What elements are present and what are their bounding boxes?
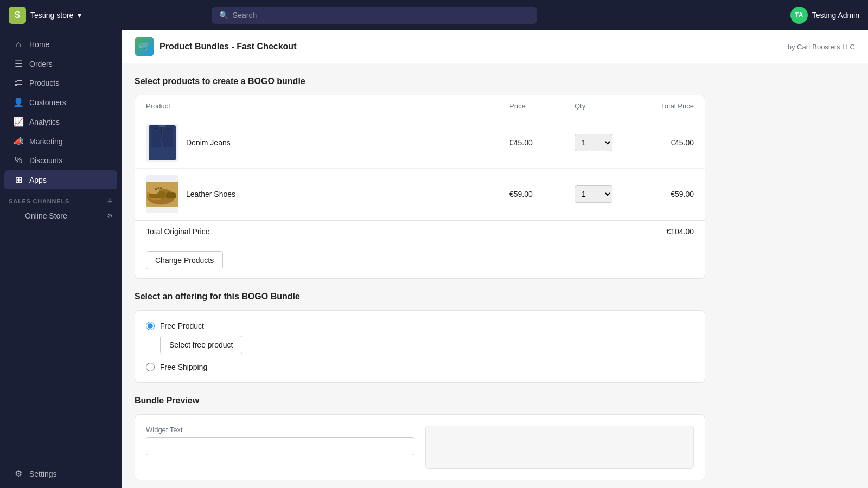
analytics-icon: 📈 [13,117,24,127]
table-row: Leather Shoes €59.00 1 2 3 €59.00 [135,169,705,220]
svg-point-15 [155,188,157,190]
total-original-label: Total Original Price [146,227,509,236]
offering-radio-group: Free Product Select free product Free Sh… [146,322,694,371]
apps-icon: ⊞ [13,175,24,185]
home-icon: ⌂ [13,40,24,49]
sidebar-label-analytics: Analytics [29,118,60,126]
discounts-icon: % [13,156,24,165]
products-icon: 🏷 [13,78,24,88]
col-total-price: Total Price [629,102,694,110]
sales-channels-label: SALES CHANNELS [9,198,69,204]
main-content: 🛒 Product Bundles - Fast Checkout by Car… [122,30,868,488]
svg-rect-3 [154,128,158,129]
app-title: Product Bundles - Fast Checkout [159,42,296,52]
change-products-button[interactable]: Change Products [146,251,223,269]
sidebar-item-products[interactable]: 🏷 Products [4,74,117,92]
table-header: Product Price Qty Total Price [135,95,705,117]
sidebar-label-apps: Apps [29,176,47,184]
widget-text-section: Widget Text [146,426,414,469]
svg-rect-8 [158,125,166,127]
sidebar-label-discounts: Discounts [29,156,62,165]
price-shoes: €59.00 [509,190,575,198]
free-product-text: Free Product [160,322,204,330]
products-card: Product Price Qty Total Price [135,95,705,279]
col-qty: Qty [575,102,629,110]
sidebar-item-online-store[interactable]: Online Store ⚙ [0,208,122,223]
qty-select-jeans[interactable]: 1 2 3 [575,134,612,151]
marketing-icon: 📣 [13,136,24,146]
sidebar-item-settings[interactable]: ⚙ Settings [4,464,117,483]
free-shipping-radio[interactable] [146,363,155,371]
sidebar-label-customers: Customers [29,98,66,107]
sidebar-item-orders[interactable]: ☰ Orders [4,54,117,73]
sales-channels-header: SALES CHANNELS + [0,190,122,208]
customers-icon: 👤 [13,97,24,107]
free-shipping-text: Free Shipping [160,363,207,371]
sidebar-item-customers[interactable]: 👤 Customers [4,93,117,112]
avatar: TA [790,7,808,24]
col-price: Price [509,102,575,110]
store-selector[interactable]: S Testing store ▾ [9,7,81,24]
svg-rect-13 [166,192,176,198]
admin-name: Testing Admin [812,11,859,20]
sidebar-label-home: Home [29,40,49,49]
sidebar-item-analytics[interactable]: 📈 Analytics [4,112,117,131]
shopify-logo: S [9,7,26,24]
free-product-radio[interactable] [146,322,155,330]
add-sales-channel-icon[interactable]: + [107,196,113,206]
sidebar-item-marketing[interactable]: 📣 Marketing [4,132,117,151]
product-cell-jeans: Denim Jeans [146,124,509,162]
settings-icon: ⚙ [13,468,24,479]
select-free-product-button[interactable]: Select free product [160,336,242,354]
store-name: Testing store [30,11,73,20]
free-shipping-label[interactable]: Free Shipping [146,363,207,371]
product-image-jeans [146,124,178,162]
price-jeans: €45.00 [509,138,575,147]
bundle-preview-card: Widget Text [135,414,705,480]
bundle-preview-panel [425,426,694,469]
free-product-label[interactable]: Free Product [146,322,204,330]
qty-shoes[interactable]: 1 2 3 [575,185,629,203]
product-image-shoes [146,175,178,213]
total-shoes: €59.00 [629,190,694,198]
app-credit: by Cart Boosters LLC [788,43,855,51]
online-store-settings-icon: ⚙ [107,212,113,220]
bundle-preview-title: Bundle Preview [135,396,705,406]
table-row: Denim Jeans €45.00 1 2 3 €45.00 [135,117,705,169]
total-original-row: Total Original Price €104.00 [135,220,705,242]
svg-point-17 [160,187,162,189]
widget-text-label: Widget Text [146,426,414,434]
qty-select-shoes[interactable]: 1 2 3 [575,185,612,203]
store-dropdown-icon: ▾ [78,11,81,20]
product-cell-shoes: Leather Shoes [146,175,509,213]
sidebar-label-orders: Orders [29,60,53,68]
svg-rect-4 [166,128,170,129]
free-product-option: Free Product Select free product [146,322,694,354]
offering-section-title: Select an offering for this BOGO Bundle [135,292,705,301]
sidebar-label-settings: Settings [29,470,57,478]
product-name-shoes: Leather Shoes [186,190,235,198]
free-shipping-option: Free Shipping [146,363,694,371]
widget-text-input[interactable] [146,437,414,455]
sidebar-item-apps[interactable]: ⊞ Apps [4,170,117,189]
orders-icon: ☰ [13,59,24,69]
total-original-value: €104.00 [629,227,694,236]
svg-rect-6 [163,147,173,160]
sidebar-item-discounts[interactable]: % Discounts [4,151,117,170]
bogo-section-title: Select products to create a BOGO bundle [135,76,705,86]
product-name-jeans: Denim Jeans [186,138,231,147]
search-input[interactable] [233,11,529,20]
sidebar-item-home[interactable]: ⌂ Home [4,35,117,54]
svg-point-16 [157,187,159,189]
col-product: Product [146,102,509,110]
qty-jeans[interactable]: 1 2 3 [575,134,629,151]
search-icon: 🔍 [219,11,228,20]
sidebar: ⌂ Home ☰ Orders 🏷 Products 👤 Customers 📈… [0,30,122,488]
search-bar[interactable]: 🔍 [212,7,537,24]
sidebar-label-products: Products [29,79,59,87]
sidebar-label-marketing: Marketing [29,137,62,146]
online-store-label: Online Store [25,211,67,220]
svg-rect-5 [151,147,161,160]
app-logo: 🛒 [135,37,154,56]
offering-card: Free Product Select free product Free Sh… [135,310,705,383]
